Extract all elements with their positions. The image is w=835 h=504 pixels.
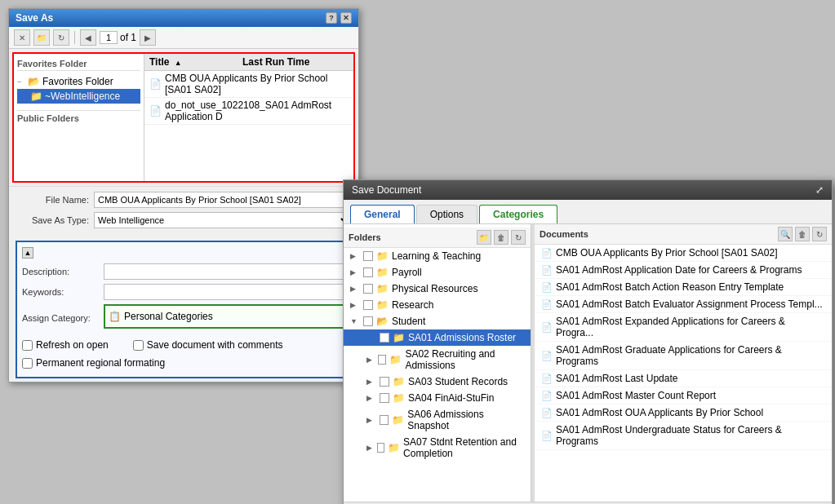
doc-icon: 📄 xyxy=(541,282,553,293)
folder-sa03[interactable]: ▶ 📁 SA03 Student Records xyxy=(344,374,531,390)
folder-checkbox[interactable] xyxy=(380,393,389,403)
doc-item[interactable]: 📄 SA01 AdmRost Graduate Applications for… xyxy=(535,342,832,370)
permanent-formatting-input[interactable] xyxy=(22,358,33,369)
expand-icon: ▶ xyxy=(350,285,360,293)
save-comments-input[interactable] xyxy=(133,340,144,351)
folder-sa02[interactable]: ▶ 📁 SA02 Recruiting and Admissions xyxy=(344,346,531,374)
file-item[interactable]: 📄 do_not_use_1022108_SA01 AdmRost Applic… xyxy=(144,98,353,125)
category-icon: 📋 xyxy=(109,311,121,322)
page-input[interactable] xyxy=(100,31,118,44)
folder-sa07-label: SA07 Stdnt Retention and Completion xyxy=(403,436,524,459)
folder-checkbox[interactable] xyxy=(380,415,389,425)
files-panel: Title ▲ Last Run Time 📄 CMB OUA Applican… xyxy=(144,54,353,181)
collapse-btn[interactable]: ▲ xyxy=(22,247,33,259)
save-doc-body: Folders 📁 🗑 ↻ ▶ 📁 Learning & Teaching ▶ … xyxy=(344,224,832,502)
folder-checkbox[interactable] xyxy=(378,355,386,365)
description-label: Description: xyxy=(22,267,104,276)
expand-icon: ▶ xyxy=(366,416,376,424)
refresh-folders-btn[interactable]: ↻ xyxy=(511,230,526,245)
folder-sa04-label: SA04 FinAid-StuFin xyxy=(408,392,494,404)
folder-checkbox[interactable] xyxy=(363,300,373,310)
folder-open-icon: 📂 xyxy=(28,76,40,87)
doc-name-9: SA01 AdmRost Undergraduate Status for Ca… xyxy=(556,424,825,447)
lastrun-col-header: Last Run Time xyxy=(242,56,349,68)
folders-panel: Favorites Folder − 📂 Favorites Folder 📁 … xyxy=(14,54,144,181)
folder-checkbox[interactable] xyxy=(380,377,389,387)
keywords-input[interactable] xyxy=(104,284,345,300)
folder-physical[interactable]: ▶ 📁 Physical Resources xyxy=(344,281,531,297)
prev-icon[interactable]: ◀ xyxy=(80,29,96,46)
close-btn[interactable]: ✕ xyxy=(340,12,352,24)
close-icon[interactable]: ✕ xyxy=(14,29,30,46)
tab-categories[interactable]: Categories xyxy=(479,205,557,223)
keywords-label: Keywords: xyxy=(22,287,104,297)
save-folders-panel: Folders 📁 🗑 ↻ ▶ 📁 Learning & Teaching ▶ … xyxy=(344,224,531,502)
save-document-dialog: Save Document ⤢ General Options Categori… xyxy=(343,179,833,504)
tab-general[interactable]: General xyxy=(350,205,415,223)
green-section: 📋 Personal Categories xyxy=(104,304,345,329)
expand-icon[interactable]: ⤢ xyxy=(815,184,824,196)
new-folder-btn[interactable]: 📁 xyxy=(477,230,491,245)
doc-item[interactable]: 📄 SA01 AdmRost OUA Applicants By Prior S… xyxy=(535,405,832,422)
help-btn[interactable]: ? xyxy=(326,12,337,24)
refresh-docs-btn[interactable]: ↻ xyxy=(812,227,827,241)
next-icon[interactable]: ▶ xyxy=(140,29,156,46)
folder-checkbox[interactable] xyxy=(363,251,373,261)
doc-item[interactable]: 📄 SA01 AdmRost Master Count Report xyxy=(535,387,832,405)
folder-checkbox[interactable] xyxy=(377,443,384,453)
doc-item[interactable]: 📄 SA01 AdmRost Application Date for Care… xyxy=(535,262,832,279)
folder-checkbox[interactable] xyxy=(380,333,389,343)
file-name-1: CMB OUA Applicants By Prior School [SA01… xyxy=(165,73,349,95)
save-comments-checkbox[interactable]: Save document with comments xyxy=(133,339,283,351)
folder-learning[interactable]: ▶ 📁 Learning & Teaching xyxy=(344,248,531,264)
folder-sa06[interactable]: ▶ 📁 SA06 Admissions Snapshot xyxy=(344,406,531,434)
folder-icon: 📁 xyxy=(393,392,405,404)
saveastype-label: Save As Type: xyxy=(16,215,89,225)
webintelligence-folder-item[interactable]: 📁 ~WebIntelligence xyxy=(17,89,140,104)
folder-student[interactable]: ▼ 📂 Student xyxy=(344,313,531,329)
folder-selected-icon: 📁 xyxy=(30,91,42,102)
folder-checkbox[interactable] xyxy=(363,284,373,294)
doc-item[interactable]: 📄 SA01 AdmRost Undergraduate Status for … xyxy=(535,422,832,450)
folder-sa01[interactable]: 📁 SA01 Admissions Roster xyxy=(344,329,531,346)
doc-item[interactable]: 📄 CMB OUA Applicants By Prior School [SA… xyxy=(535,245,832,262)
folder-payroll-label: Payroll xyxy=(392,267,422,278)
favorites-folder-item[interactable]: − 📂 Favorites Folder xyxy=(17,74,140,89)
permanent-formatting-checkbox[interactable]: Permanent regional formating xyxy=(22,357,165,369)
public-folders-label: Public Folders xyxy=(17,110,140,125)
refresh-on-open-input[interactable] xyxy=(22,340,33,351)
delete-folder-btn[interactable]: 🗑 xyxy=(494,230,509,245)
description-input[interactable] xyxy=(104,263,345,280)
folder-payroll[interactable]: ▶ 📁 Payroll xyxy=(344,264,531,281)
folder-research[interactable]: ▶ 📁 Research xyxy=(344,297,531,313)
folders-btns: 📁 🗑 ↻ xyxy=(477,230,526,245)
tab-options[interactable]: Options xyxy=(416,205,477,223)
file-item[interactable]: 📄 CMB OUA Applicants By Prior School [SA… xyxy=(144,71,353,98)
file-name-2: do_not_use_1022108_SA01 AdmRost Applicat… xyxy=(165,99,349,122)
title-col-header[interactable]: Title ▲ xyxy=(149,56,242,68)
doc-icon: 📄 xyxy=(541,299,553,310)
refresh-icon[interactable]: ↻ xyxy=(53,29,69,46)
folder-checkbox[interactable] xyxy=(363,316,373,326)
folder-icon[interactable]: 📁 xyxy=(33,29,50,46)
folder-checkbox[interactable] xyxy=(363,267,373,277)
delete-docs-btn[interactable]: 🗑 xyxy=(795,227,810,241)
saveastype-select[interactable]: Web Intelligence xyxy=(94,212,352,228)
save-doc-title: Save Document xyxy=(352,184,421,196)
doc-item[interactable]: 📄 SA01 AdmRost Batch Action Reason Entry… xyxy=(535,279,832,296)
docs-btns: 🔍 🗑 ↻ xyxy=(778,227,827,241)
save-comments-label: Save document with comments xyxy=(147,339,283,351)
doc-item[interactable]: 📄 SA01 AdmRost Batch Evaluator Assignmen… xyxy=(535,296,832,313)
save-doc-titlebar: Save Document ⤢ xyxy=(344,180,832,200)
folder-learning-label: Learning & Teaching xyxy=(392,250,481,262)
folder-sa04[interactable]: ▶ 📁 SA04 FinAid-StuFin xyxy=(344,390,531,406)
search-docs-btn[interactable]: 🔍 xyxy=(778,227,793,241)
folder-sa07[interactable]: ▶ 📁 SA07 Stdnt Retention and Completion xyxy=(344,434,531,462)
refresh-on-open-checkbox[interactable]: Refresh on open xyxy=(22,339,109,351)
filename-input[interactable] xyxy=(94,192,352,208)
description-row: Description: xyxy=(22,263,345,280)
doc-name-1: SA01 AdmRost Application Date for Career… xyxy=(556,264,802,276)
personal-categories-item[interactable]: 📋 Personal Categories xyxy=(109,309,340,324)
doc-item[interactable]: 📄 SA01 AdmRost Expanded Applications for… xyxy=(535,313,832,342)
doc-item[interactable]: 📄 SA01 AdmRost Last Update xyxy=(535,370,832,387)
